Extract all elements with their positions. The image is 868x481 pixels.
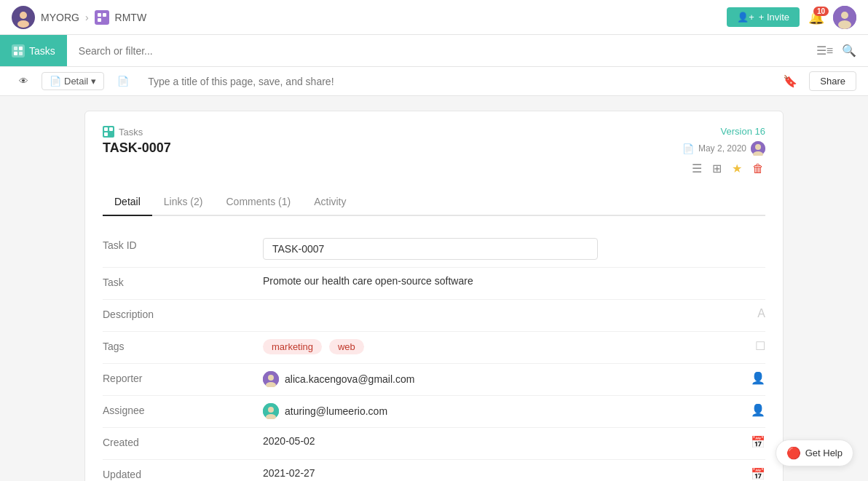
field-task-id-label: Task ID xyxy=(103,238,263,251)
field-reporter-value: alica.kacengova@gmail.com xyxy=(263,371,742,387)
breadcrumb-tasks-label: Tasks xyxy=(119,127,143,138)
updated-calendar-icon: 📅 xyxy=(751,467,765,481)
delete-btn[interactable]: 🗑 xyxy=(751,161,765,177)
version-label: Version 16 xyxy=(721,126,765,137)
help-icon: 🔴 xyxy=(786,446,801,460)
grid-view-button[interactable]: ☰≡ xyxy=(816,44,833,57)
task-card: Tasks TASK-0007 Version 16 📄 May 2, 2020… xyxy=(84,111,784,481)
field-task-id-value xyxy=(263,238,765,260)
field-reporter: Reporter alica.kacengova@gmail.com 👤 xyxy=(103,364,765,396)
svg-point-1 xyxy=(20,12,27,19)
svg-rect-4 xyxy=(103,13,106,17)
field-description-label: Description xyxy=(103,307,263,320)
card-tasks-icon xyxy=(103,126,114,138)
assignee-avatar xyxy=(263,403,279,419)
project-icon xyxy=(95,10,109,25)
svg-rect-12 xyxy=(19,52,23,55)
svg-point-23 xyxy=(268,407,274,413)
date-avatar xyxy=(751,141,765,156)
field-reporter-label: Reporter xyxy=(103,371,263,384)
invite-icon: 👤+ xyxy=(737,12,754,23)
project-name[interactable]: RMTW xyxy=(115,12,147,23)
eye-button[interactable]: 👁 xyxy=(12,73,36,90)
save-icon-btn[interactable]: 📄 xyxy=(110,73,136,90)
doc-icon: 📄 xyxy=(682,143,694,154)
invite-button[interactable]: 👤+ + Invite xyxy=(727,7,800,27)
notif-badge: 10 xyxy=(813,7,829,16)
org-name[interactable]: MYORG xyxy=(41,12,79,23)
tab-links[interactable]: Links (2) xyxy=(152,188,215,216)
search-input[interactable] xyxy=(67,45,816,57)
nav-right: 👤+ + Invite 🔔 10 xyxy=(727,6,856,29)
reporter-avatar xyxy=(263,371,279,387)
field-task-id: Task ID xyxy=(103,231,765,268)
svg-rect-5 xyxy=(98,18,101,22)
task-id-input[interactable] xyxy=(263,238,598,260)
tab-detail[interactable]: Detail xyxy=(103,188,152,216)
tag-marketing[interactable]: marketing xyxy=(263,339,322,354)
field-created-label: Created xyxy=(103,435,263,448)
star-btn[interactable]: ★ xyxy=(730,160,743,177)
date-row: 📄 May 2, 2020 xyxy=(682,141,765,156)
reporter-email: alica.kacengova@gmail.com xyxy=(285,373,414,385)
svg-rect-9 xyxy=(14,47,17,50)
field-description: Description A xyxy=(103,300,765,332)
field-created-value[interactable]: 2020-05-02 xyxy=(263,435,742,447)
share-button[interactable]: Share xyxy=(809,71,856,91)
page-title-input[interactable] xyxy=(142,73,771,90)
search-icons: ☰≡ 🔍 xyxy=(816,44,868,57)
list-view-btn[interactable]: ☰ xyxy=(690,160,703,177)
svg-rect-15 xyxy=(104,132,108,136)
user-avatar-main[interactable] xyxy=(12,6,35,29)
assignee-icon: 👤 xyxy=(751,403,765,417)
tasks-tab-icon xyxy=(12,44,25,57)
svg-rect-13 xyxy=(104,127,108,131)
nav-left: MYORG › RMTW xyxy=(12,6,146,29)
field-updated-label: Updated xyxy=(103,467,263,480)
tasks-tab-label: Tasks xyxy=(29,45,55,57)
breadcrumb-sep: › xyxy=(85,12,89,23)
svg-point-7 xyxy=(841,12,848,19)
field-task-value[interactable]: Promote our health care open-source soft… xyxy=(263,275,765,287)
assignee-email: aturing@lumeerio.com xyxy=(285,405,387,417)
field-assignee: Assignee aturing@lumeerio.com 👤 xyxy=(103,396,765,428)
main-content: Tasks TASK-0007 Version 16 📄 May 2, 2020… xyxy=(0,96,868,481)
field-assignee-label: Assignee xyxy=(103,403,263,416)
field-updated-value[interactable]: 2021-02-27 xyxy=(263,467,742,479)
top-nav: MYORG › RMTW 👤+ + Invite 🔔 10 xyxy=(0,0,868,35)
field-tags-value: marketing web xyxy=(263,339,746,354)
search-button[interactable]: 🔍 xyxy=(842,44,856,57)
task-id-heading: TASK-0007 xyxy=(103,140,171,156)
detail-icon: 📄 xyxy=(50,76,61,87)
svg-rect-14 xyxy=(109,127,113,131)
field-tags-label: Tags xyxy=(103,339,263,352)
svg-point-17 xyxy=(755,144,761,150)
notification-button[interactable]: 🔔 10 xyxy=(808,9,824,25)
svg-point-20 xyxy=(268,375,274,381)
toolbar: 👁 📄 Detail ▾ 📄 🔖 Share xyxy=(0,67,868,96)
svg-rect-10 xyxy=(19,47,23,50)
detail-chevron: ▾ xyxy=(91,76,96,87)
tags-icon: ☐ xyxy=(755,339,765,353)
svg-point-2 xyxy=(17,20,29,28)
card-header-left: Tasks TASK-0007 xyxy=(103,126,171,156)
tag-web[interactable]: web xyxy=(329,339,364,354)
user-avatar[interactable] xyxy=(833,6,856,29)
get-help-button[interactable]: 🔴 Get Help xyxy=(776,440,853,466)
grid-view-btn[interactable]: ⊞ xyxy=(711,160,723,177)
detail-button[interactable]: 📄 Detail ▾ xyxy=(42,72,104,90)
created-calendar-icon: 📅 xyxy=(751,435,765,449)
tasks-tab[interactable]: Tasks xyxy=(0,35,67,66)
tab-activity[interactable]: Activity xyxy=(302,188,358,216)
help-label: Get Help xyxy=(805,448,843,458)
field-updated: Updated 2021-02-27 📅 xyxy=(103,460,765,481)
bookmark-button[interactable]: 🔖 xyxy=(777,71,803,91)
tab-comments[interactable]: Comments (1) xyxy=(214,188,302,216)
reporter-icon: 👤 xyxy=(751,371,765,385)
card-header-right: Version 16 📄 May 2, 2020 ☰ ⊞ ★ 🗑 xyxy=(682,126,765,177)
field-task: Task Promote our health care open-source… xyxy=(103,268,765,300)
action-icons: ☰ ⊞ ★ 🗑 xyxy=(690,160,765,177)
field-task-label: Task xyxy=(103,275,263,288)
detail-label: Detail xyxy=(64,76,88,87)
field-tags: Tags marketing web ☐ xyxy=(103,332,765,364)
